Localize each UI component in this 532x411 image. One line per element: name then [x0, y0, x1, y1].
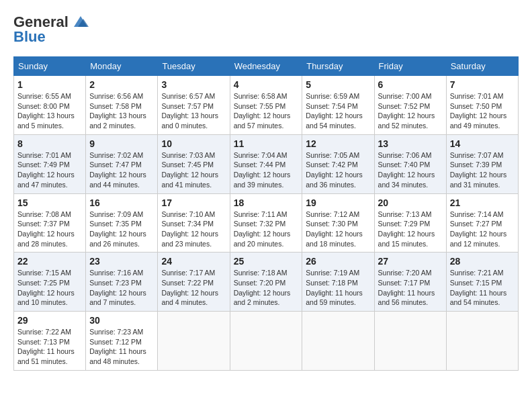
day-info: Sunrise: 7:13 AMSunset: 7:29 PMDaylight:…	[378, 210, 443, 249]
day-number: 27	[378, 256, 443, 267]
day-cell: 12 Sunrise: 7:05 AMSunset: 7:42 PMDaylig…	[302, 134, 374, 193]
day-info: Sunrise: 7:09 AMSunset: 7:35 PMDaylight:…	[89, 210, 154, 249]
logo-icon	[71, 15, 90, 30]
day-cell: 30 Sunrise: 7:23 AMSunset: 7:12 PMDaylig…	[86, 312, 158, 371]
day-info: Sunrise: 7:23 AMSunset: 7:12 PMDaylight:…	[89, 327, 154, 367]
day-cell: 29 Sunrise: 7:22 AMSunset: 7:13 PMDaylig…	[14, 312, 86, 371]
day-cell: 17 Sunrise: 7:10 AMSunset: 7:34 PMDaylig…	[158, 193, 230, 253]
logo-blue: Blue	[13, 28, 46, 46]
day-cell: 11 Sunrise: 7:04 AMSunset: 7:44 PMDaylig…	[230, 134, 302, 193]
day-number: 17	[161, 197, 226, 208]
day-number: 30	[89, 315, 154, 326]
day-cell: 5 Sunrise: 6:59 AMSunset: 7:54 PMDayligh…	[302, 76, 374, 135]
empty-cell	[230, 312, 302, 371]
day-number: 25	[234, 256, 299, 267]
day-cell: 6 Sunrise: 7:00 AMSunset: 7:52 PMDayligh…	[374, 76, 446, 135]
empty-cell	[302, 312, 374, 371]
day-number: 14	[450, 138, 515, 149]
day-number: 8	[17, 138, 82, 149]
day-info: Sunrise: 7:15 AMSunset: 7:25 PMDaylight:…	[17, 268, 82, 308]
day-cell: 21 Sunrise: 7:14 AMSunset: 7:27 PMDaylig…	[446, 193, 518, 253]
calendar-table: SundayMondayTuesdayWednesdayThursdayFrid…	[13, 56, 519, 371]
day-info: Sunrise: 7:00 AMSunset: 7:52 PMDaylight:…	[378, 91, 443, 131]
day-info: Sunrise: 6:59 AMSunset: 7:54 PMDaylight:…	[306, 91, 370, 131]
day-info: Sunrise: 7:20 AMSunset: 7:17 PMDaylight:…	[378, 268, 443, 308]
header-row: SundayMondayTuesdayWednesdayThursdayFrid…	[14, 57, 519, 76]
day-cell: 10 Sunrise: 7:03 AMSunset: 7:45 PMDaylig…	[158, 134, 230, 193]
header-sunday: Sunday	[14, 57, 86, 76]
day-info: Sunrise: 7:01 AMSunset: 7:49 PMDaylight:…	[17, 150, 82, 190]
day-number: 13	[378, 138, 443, 149]
day-info: Sunrise: 7:11 AMSunset: 7:32 PMDaylight:…	[234, 210, 299, 249]
day-info: Sunrise: 7:14 AMSunset: 7:27 PMDaylight:…	[450, 210, 515, 249]
header-wednesday: Wednesday	[230, 57, 302, 76]
header-tuesday: Tuesday	[158, 57, 230, 76]
day-number: 24	[161, 256, 226, 267]
week-row: 8 Sunrise: 7:01 AMSunset: 7:49 PMDayligh…	[14, 134, 519, 193]
day-info: Sunrise: 6:57 AMSunset: 7:57 PMDaylight:…	[161, 91, 226, 131]
day-cell: 13 Sunrise: 7:06 AMSunset: 7:40 PMDaylig…	[374, 134, 446, 193]
day-number: 22	[17, 256, 82, 267]
day-info: Sunrise: 7:17 AMSunset: 7:22 PMDaylight:…	[161, 268, 226, 308]
day-info: Sunrise: 7:04 AMSunset: 7:44 PMDaylight:…	[234, 150, 299, 190]
day-cell: 15 Sunrise: 7:08 AMSunset: 7:37 PMDaylig…	[14, 193, 86, 253]
day-cell: 2 Sunrise: 6:56 AMSunset: 7:58 PMDayligh…	[86, 76, 158, 135]
day-cell: 9 Sunrise: 7:02 AMSunset: 7:47 PMDayligh…	[86, 134, 158, 193]
day-cell: 23 Sunrise: 7:16 AMSunset: 7:23 PMDaylig…	[86, 253, 158, 312]
day-number: 18	[234, 197, 299, 208]
day-number: 3	[161, 79, 226, 90]
day-info: Sunrise: 7:19 AMSunset: 7:18 PMDaylight:…	[306, 268, 370, 308]
day-info: Sunrise: 7:07 AMSunset: 7:39 PMDaylight:…	[450, 150, 515, 190]
day-cell: 8 Sunrise: 7:01 AMSunset: 7:49 PMDayligh…	[14, 134, 86, 193]
day-cell: 20 Sunrise: 7:13 AMSunset: 7:29 PMDaylig…	[374, 193, 446, 253]
day-number: 29	[17, 315, 82, 326]
day-info: Sunrise: 7:05 AMSunset: 7:42 PMDaylight:…	[306, 150, 370, 190]
week-row: 29 Sunrise: 7:22 AMSunset: 7:13 PMDaylig…	[14, 312, 519, 371]
day-cell: 16 Sunrise: 7:09 AMSunset: 7:35 PMDaylig…	[86, 193, 158, 253]
day-info: Sunrise: 7:03 AMSunset: 7:45 PMDaylight:…	[161, 150, 226, 190]
header-saturday: Saturday	[446, 57, 518, 76]
header-monday: Monday	[86, 57, 158, 76]
week-row: 1 Sunrise: 6:55 AMSunset: 8:00 PMDayligh…	[14, 76, 519, 135]
day-number: 21	[450, 197, 515, 208]
week-row: 22 Sunrise: 7:15 AMSunset: 7:25 PMDaylig…	[14, 253, 519, 312]
day-number: 12	[306, 138, 370, 149]
day-cell: 4 Sunrise: 6:58 AMSunset: 7:55 PMDayligh…	[230, 76, 302, 135]
day-info: Sunrise: 7:08 AMSunset: 7:37 PMDaylight:…	[17, 210, 82, 249]
day-number: 11	[234, 138, 299, 149]
day-cell: 7 Sunrise: 7:01 AMSunset: 7:50 PMDayligh…	[446, 76, 518, 135]
day-number: 7	[450, 79, 515, 90]
logo: General Blue	[13, 13, 90, 46]
day-info: Sunrise: 7:06 AMSunset: 7:40 PMDaylight:…	[378, 150, 443, 190]
empty-cell	[374, 312, 446, 371]
day-info: Sunrise: 7:18 AMSunset: 7:20 PMDaylight:…	[234, 268, 299, 308]
day-cell: 28 Sunrise: 7:21 AMSunset: 7:15 PMDaylig…	[446, 253, 518, 312]
day-number: 16	[89, 197, 154, 208]
day-cell: 19 Sunrise: 7:12 AMSunset: 7:30 PMDaylig…	[302, 193, 374, 253]
day-info: Sunrise: 7:16 AMSunset: 7:23 PMDaylight:…	[89, 268, 154, 308]
day-info: Sunrise: 7:02 AMSunset: 7:47 PMDaylight:…	[89, 150, 154, 190]
day-cell: 27 Sunrise: 7:20 AMSunset: 7:17 PMDaylig…	[374, 253, 446, 312]
day-cell: 26 Sunrise: 7:19 AMSunset: 7:18 PMDaylig…	[302, 253, 374, 312]
day-number: 9	[89, 138, 154, 149]
day-number: 19	[306, 197, 370, 208]
day-number: 1	[17, 79, 82, 90]
day-info: Sunrise: 7:01 AMSunset: 7:50 PMDaylight:…	[450, 91, 515, 131]
day-info: Sunrise: 7:12 AMSunset: 7:30 PMDaylight:…	[306, 210, 370, 249]
day-number: 2	[89, 79, 154, 90]
day-number: 6	[378, 79, 443, 90]
day-cell: 22 Sunrise: 7:15 AMSunset: 7:25 PMDaylig…	[14, 253, 86, 312]
week-row: 15 Sunrise: 7:08 AMSunset: 7:37 PMDaylig…	[14, 193, 519, 253]
day-number: 15	[17, 197, 82, 208]
day-cell: 3 Sunrise: 6:57 AMSunset: 7:57 PMDayligh…	[158, 76, 230, 135]
day-info: Sunrise: 7:21 AMSunset: 7:15 PMDaylight:…	[450, 268, 515, 308]
day-cell: 24 Sunrise: 7:17 AMSunset: 7:22 PMDaylig…	[158, 253, 230, 312]
header-thursday: Thursday	[302, 57, 374, 76]
day-info: Sunrise: 6:56 AMSunset: 7:58 PMDaylight:…	[89, 91, 154, 131]
day-cell: 1 Sunrise: 6:55 AMSunset: 8:00 PMDayligh…	[14, 76, 86, 135]
day-number: 28	[450, 256, 515, 267]
day-number: 4	[234, 79, 299, 90]
day-number: 23	[89, 256, 154, 267]
day-cell: 14 Sunrise: 7:07 AMSunset: 7:39 PMDaylig…	[446, 134, 518, 193]
header-friday: Friday	[374, 57, 446, 76]
